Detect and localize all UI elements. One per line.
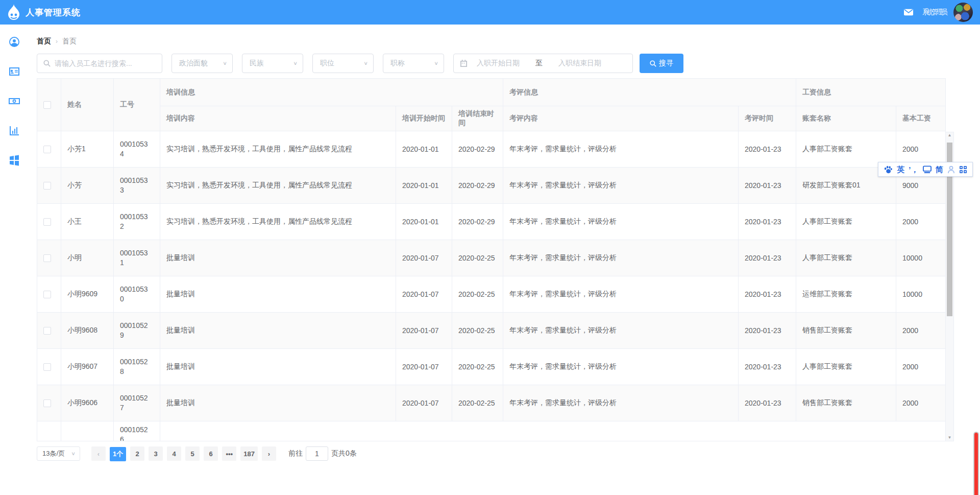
select-title[interactable]: 职称 ∨: [383, 54, 444, 73]
row-checkbox[interactable]: [43, 363, 51, 371]
row-select-cell: [37, 131, 61, 168]
cell-review-time: 2020-01-23: [739, 349, 796, 385]
search-button[interactable]: 搜寻: [640, 54, 683, 73]
cell-review-content: 年末考评，需求量统计，评级分析: [503, 204, 739, 240]
header-base-salary: 基本工资: [896, 106, 946, 131]
page-button[interactable]: 187: [240, 446, 258, 461]
mail-icon[interactable]: [904, 9, 913, 16]
row-checkbox[interactable]: [43, 327, 51, 335]
cell-train-content: 批量培训: [160, 385, 396, 421]
cell-train-content: 实习培训，熟悉开发环境，工具使用，属性产品线常见流程: [160, 168, 396, 204]
date-start-placeholder[interactable]: 入职开始日期: [468, 59, 529, 68]
select-label: 政治面貌: [179, 59, 208, 68]
cell-train-start: 2020-01-07: [396, 313, 452, 349]
cell-review-time: 2020-01-23: [739, 313, 796, 349]
cell-account: 销售部工资账套: [796, 385, 896, 421]
board-icon[interactable]: [923, 166, 932, 174]
date-end-placeholder[interactable]: 入职结束日期: [549, 59, 610, 68]
cell-review-content: 年末考评，需求量统计，评级分析: [503, 276, 739, 313]
cell-emp-id: 00010528: [114, 349, 160, 385]
avatar[interactable]: [953, 3, 973, 22]
page-button[interactable]: 3: [149, 446, 163, 461]
apps-grid-icon[interactable]: [8, 154, 20, 167]
total-label: 页共0条: [331, 449, 357, 458]
cell-train-content: 批量培训: [160, 349, 396, 385]
cell-train-end: 2020-02-25: [452, 385, 503, 421]
page-button[interactable]: 6: [204, 446, 218, 461]
ime-simplified[interactable]: 简: [936, 166, 943, 173]
employee-search-field[interactable]: [37, 54, 162, 73]
hire-date-range-picker[interactable]: 入职开始日期 至 入职结束日期: [453, 54, 633, 73]
cell-base-salary: 2000: [896, 313, 946, 349]
cell-train-start: 2020-01-01: [396, 131, 452, 168]
bar-chart-icon[interactable]: [8, 125, 20, 137]
scroll-down-icon[interactable]: ▼: [948, 435, 952, 441]
header-account: 账套名称: [796, 106, 896, 131]
header-review-content: 考评内容: [503, 106, 739, 131]
row-select-cell: [37, 385, 61, 421]
more-pages-button[interactable]: •••: [222, 446, 236, 461]
baidu-paw-icon[interactable]: [884, 166, 893, 174]
search-icon: [43, 60, 51, 67]
page-size-select[interactable]: 13条/页 ∨: [37, 446, 80, 461]
cell-emp-id: 00010526: [114, 421, 160, 441]
goto-page-input[interactable]: [306, 446, 328, 461]
cell-emp-id: 00010531: [114, 240, 160, 276]
ime-lang-english[interactable]: 英: [897, 166, 904, 173]
select-political-status[interactable]: 政治面貌 ∨: [172, 54, 233, 73]
table-row: 小明960900010530批量培训2020-01-072020-02-25年末…: [37, 276, 946, 313]
person-icon[interactable]: [947, 166, 955, 174]
row-checkbox[interactable]: [43, 291, 51, 298]
row-checkbox[interactable]: [43, 254, 51, 262]
cell-base-salary: 2000: [896, 385, 946, 421]
cell-account: 人事部工资账套: [796, 349, 896, 385]
page-button[interactable]: 5: [185, 446, 200, 461]
cell-train-end: 2020-02-25: [452, 276, 503, 313]
cell-train-end: 2020-02-25: [452, 313, 503, 349]
header-group-review: 考评信息: [503, 79, 796, 106]
select-ethnicity[interactable]: 民族 ∨: [242, 54, 303, 73]
ime-punctuation[interactable]: ’，: [909, 166, 918, 173]
row-select-cell: [37, 204, 61, 240]
search-icon: [650, 60, 656, 67]
prev-page-button[interactable]: ‹: [91, 446, 106, 461]
window-scrollbar-thumb[interactable]: [973, 432, 979, 495]
table-row-partial: 00010526: [37, 421, 946, 441]
table-row: 小明960800010529批量培训2020-01-072020-02-25年末…: [37, 313, 946, 349]
scroll-up-icon[interactable]: ▲: [948, 132, 952, 138]
cell-review-content: 年末考评，需求量统计，评级分析: [503, 313, 739, 349]
cell-train-content: 实习培训，熟悉开发环境，工具使用，属性产品线常见流程: [160, 131, 396, 168]
grid-icon[interactable]: [959, 166, 967, 174]
cell-emp-id: 00010529: [114, 313, 160, 349]
row-checkbox[interactable]: [43, 146, 51, 153]
row-checkbox[interactable]: [43, 399, 51, 407]
next-page-button[interactable]: ›: [262, 446, 276, 461]
cell-account: 销售部工资账套: [796, 313, 896, 349]
user-name[interactable]: 系统管理员: [922, 8, 946, 17]
cell-name: 小王: [61, 204, 114, 240]
scrollbar-track[interactable]: [946, 138, 953, 435]
row-checkbox[interactable]: [43, 182, 51, 190]
header-select-all[interactable]: [37, 79, 61, 131]
cell-train-end: 2020-02-25: [452, 240, 503, 276]
money-icon[interactable]: [8, 95, 20, 107]
ime-toolbar: 英 ’， 简: [878, 162, 973, 177]
row-checkbox[interactable]: [43, 218, 51, 226]
select-all-checkbox[interactable]: [43, 101, 51, 109]
page-button[interactable]: 2: [130, 446, 144, 461]
select-position[interactable]: 职位 ∨: [312, 54, 374, 73]
chevron-down-icon: ∨: [71, 451, 76, 457]
breadcrumb-home[interactable]: 首页: [37, 37, 51, 46]
drop-logo-icon: [6, 4, 21, 21]
cell-name: 小芳: [61, 168, 114, 204]
pagination-bar: 13条/页 ∨ ‹ 1个23456•••187 › 前往 页共0条: [37, 446, 980, 461]
id-card-icon[interactable]: [8, 65, 20, 78]
cell-review-time: 2020-01-23: [739, 276, 796, 313]
page-button[interactable]: 1个: [110, 447, 126, 461]
page-button[interactable]: 4: [167, 446, 181, 461]
employee-icon[interactable]: [8, 36, 20, 48]
header-train-content: 培训内容: [160, 106, 396, 131]
chevron-down-icon: ∨: [363, 60, 368, 66]
table-scrollbar[interactable]: ▲ ▼: [945, 132, 954, 441]
search-input[interactable]: [55, 59, 156, 67]
